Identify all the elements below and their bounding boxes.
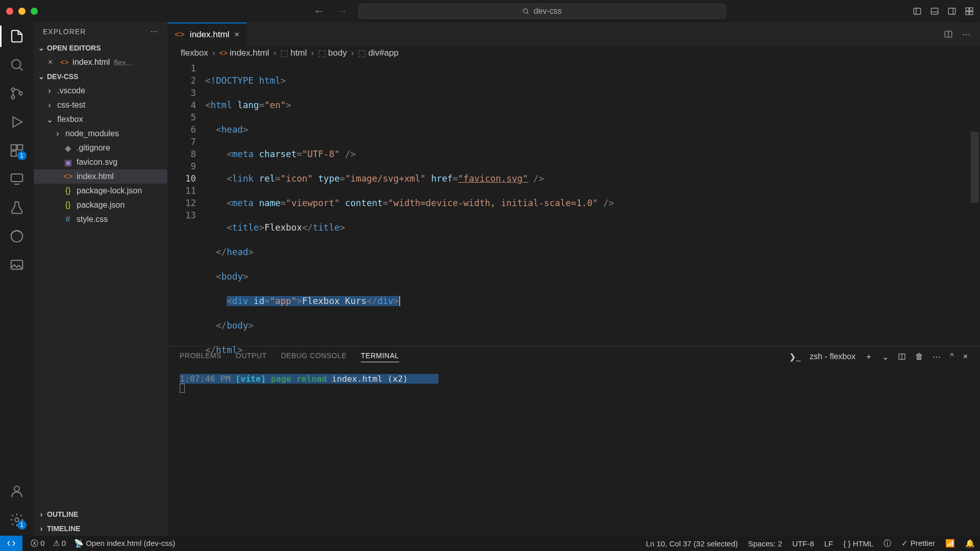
svg-rect-21 [11,174,22,182]
svg-point-27 [15,518,19,522]
open-editor-item[interactable]: × <> index.html flex... [34,55,167,69]
svg-point-26 [14,486,19,491]
nav-arrows: ← → [313,5,348,18]
extensions-icon[interactable]: 1 [9,143,24,158]
tree-folder[interactable]: ›css-test [34,98,167,112]
layout-panel-bottom-icon[interactable] [930,7,939,16]
tab-index-html[interactable]: <> index.html × [167,22,247,46]
broadcast-icon[interactable]: 📶 [945,539,955,548]
breadcrumb-item[interactable]: html [290,48,307,58]
title-bar-right [913,7,974,16]
tree-folder[interactable]: ›.vscode [34,84,167,98]
breadcrumb-item[interactable]: div#app [368,48,399,58]
tree-folder[interactable]: ›node_modules [34,127,167,141]
tab-label: index.html [190,30,229,40]
tab-bar: <> index.html × ⋯ [167,22,980,46]
svg-rect-10 [966,12,969,15]
layout-panel-left-icon[interactable] [913,7,922,16]
json-icon: {} [63,201,72,210]
close-window-button[interactable] [6,8,13,15]
breadcrumb-item[interactable]: index.html [230,48,269,58]
indentation-status[interactable]: Spaces: 2 [748,539,782,548]
warnings-indicator[interactable]: ⚠ 0 [53,539,66,548]
breadcrumb-item[interactable]: flexbox [181,48,208,58]
nav-forward-icon[interactable]: → [337,5,348,18]
line-gutter: 1 2 3 4 5 6 7 8 9 10 11 12 13 [167,60,205,346]
explorer-icon[interactable] [9,29,24,44]
symbol-icon: ⬚ [318,48,326,59]
tree-file[interactable]: {}package.json [34,198,167,212]
project-section[interactable]: ⌄ DEV-CSS [34,69,167,84]
svg-point-12 [12,60,21,69]
more-icon[interactable]: ⋯ [962,29,971,40]
remote-icon[interactable] [9,171,24,187]
eol-status[interactable]: LF [824,539,834,548]
symbol-icon: ⬚ [280,48,288,59]
svg-rect-18 [11,145,16,150]
badge: 1 [17,151,27,160]
close-icon[interactable]: × [234,30,239,40]
status-bar: ⓧ 0 ⚠ 0 📡 Open index.html (dev-css) Ln 1… [0,536,980,551]
svg-point-16 [19,92,22,95]
outline-section[interactable]: › OUTLINE [34,507,167,521]
breadcrumb-item[interactable]: body [328,48,347,58]
selection-status[interactable]: Ln 10, Col 37 (32 selected) [646,539,738,548]
settings-icon[interactable]: 1 [9,512,24,528]
svg-rect-8 [966,8,969,11]
svg-icon: ▣ [63,158,72,167]
css-icon: # [63,215,72,224]
html-file-icon: <> [175,30,185,40]
close-icon[interactable]: × [48,58,56,67]
bell-icon[interactable]: 🔔 [965,539,975,548]
breadcrumbs[interactable]: flexbox › <> index.html › ⬚ html › ⬚ bod… [167,46,980,60]
editor-area: <> index.html × ⋯ flexbox › <> index.htm… [167,22,980,536]
gitignore-icon: ◆ [63,143,72,153]
run-debug-icon[interactable] [9,114,24,130]
tree-file[interactable]: <>index.html [34,169,167,184]
tree-folder[interactable]: ⌄flexbox [34,112,167,127]
tree-file[interactable]: ▣favicon.svg [34,155,167,169]
search-text: dev-css [533,7,561,16]
tree-file[interactable]: {}package-lock.json [34,184,167,198]
account-icon[interactable] [9,484,24,499]
command-center-search[interactable]: dev-css [358,4,726,19]
open-editors-section[interactable]: ⌄ OPEN EDITORS [34,41,167,55]
encoding-status[interactable]: UTF-8 [792,539,814,548]
timeline-section[interactable]: › TIMELINE [34,521,167,536]
layout-customize-icon[interactable] [965,7,974,16]
open-file-status[interactable]: 📡 Open index.html (dev-css) [74,539,175,548]
search-icon [522,8,529,15]
errors-indicator[interactable]: ⓧ 0 [31,539,45,548]
nav-back-icon[interactable]: ← [313,5,325,18]
testing-icon[interactable] [9,200,24,215]
minimize-window-button[interactable] [18,8,26,15]
layout-panel-right-icon[interactable] [947,7,957,16]
svg-rect-6 [948,8,955,14]
title-bar: ← → dev-css [0,0,980,22]
traffic-lights [6,8,38,15]
source-control-icon[interactable] [9,86,24,101]
html-file-icon: <> [219,49,228,57]
svg-rect-4 [931,8,938,14]
badge: 1 [17,520,27,530]
tree-file[interactable]: #style.css [34,212,167,227]
split-editor-icon[interactable] [944,30,953,39]
edge-icon[interactable] [9,229,24,244]
svg-line-13 [19,68,22,70]
chevron-right-icon: › [38,510,45,518]
svg-point-0 [524,9,528,13]
search-icon[interactable] [9,57,24,72]
maximize-window-button[interactable] [31,8,38,15]
svg-line-1 [527,13,529,14]
feedback-icon[interactable]: ⓘ [884,539,891,548]
html-file-icon: <> [63,172,72,181]
tree-file[interactable]: ◆.gitignore [34,141,167,155]
svg-rect-11 [970,12,973,15]
remote-indicator[interactable] [0,536,22,551]
code-editor[interactable]: 1 2 3 4 5 6 7 8 9 10 11 12 13 <!DOCTYPE … [167,60,980,346]
prettier-status[interactable]: ✓ Prettier [901,539,935,548]
more-icon[interactable]: ⋯ [151,28,158,36]
image-icon[interactable] [9,257,24,272]
language-status[interactable]: { } HTML [843,539,873,548]
code-content[interactable]: <!DOCTYPE html> <html lang="en"> <head> … [205,60,980,346]
